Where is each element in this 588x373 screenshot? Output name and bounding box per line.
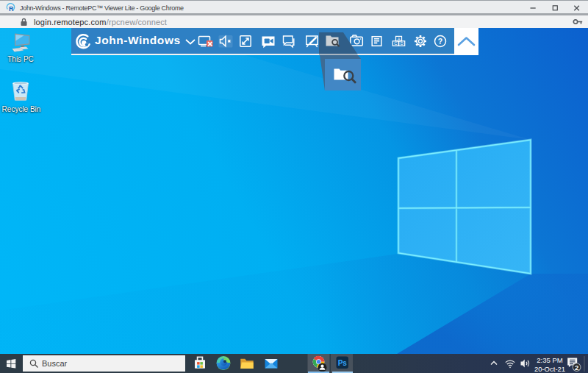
svg-text:2: 2 (575, 363, 578, 372)
svg-text:R: R (9, 5, 14, 13)
svg-text:Ps: Ps (338, 359, 348, 367)
